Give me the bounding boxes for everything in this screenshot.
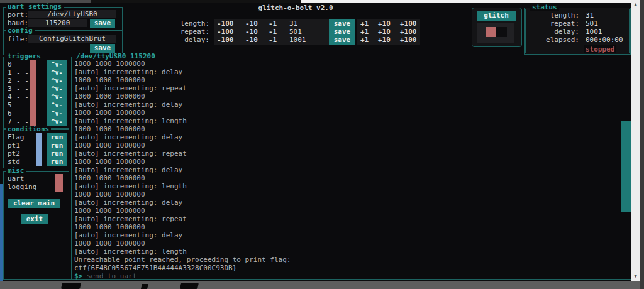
trigger-0-adjust-button[interactable]: ^v-: [47, 60, 67, 68]
exit-button[interactable]: exit: [21, 214, 48, 224]
length-inc-100-button[interactable]: +100: [400, 19, 417, 28]
log-line: [auto] incrementing: delay: [74, 166, 291, 174]
log-line: 1000 1000 1000000: [74, 141, 291, 150]
log-line: [auto] incrementing: repeat: [74, 150, 291, 158]
trigger-index-6: 6: [8, 109, 12, 117]
trigger-dashes-0: - -: [16, 60, 29, 68]
trigger-dashes-4: - -: [16, 93, 29, 101]
config-save-button[interactable]: save: [90, 44, 115, 53]
trigger-dashes-3: - -: [16, 85, 29, 93]
repeat-inc-1-button[interactable]: +1: [360, 28, 369, 36]
trigger-index-4: 4: [8, 93, 12, 101]
file-field[interactable]: ConfigGlitchBrut: [28, 35, 116, 43]
glitch-button[interactable]: glitch: [477, 11, 516, 21]
trigger-index-0: 0: [8, 60, 12, 68]
repeat-inc-10-button[interactable]: +10: [378, 28, 391, 36]
trigger-6-adjust-button[interactable]: ^v-: [47, 109, 67, 117]
trigger-indicator-bar: [30, 60, 36, 126]
length-dec-100-button[interactable]: -100: [217, 19, 234, 28]
log-line: 1000 1000 1000000: [74, 190, 291, 199]
length-control-label: length:: [170, 19, 209, 28]
condition-pt1-run-button[interactable]: run: [47, 141, 67, 150]
length-inc-1-button[interactable]: +1: [360, 19, 369, 28]
trigger-index-3: 3: [8, 85, 12, 93]
repeat-dec-10-button[interactable]: -10: [245, 28, 258, 36]
uart-input-placeholder: send to uart: [87, 272, 136, 280]
config-title: config: [6, 27, 35, 35]
log-line: [auto] incrementing: repeat: [74, 84, 291, 92]
condition-pt1-label: pt1: [8, 141, 20, 150]
delay-inc-1-button[interactable]: +1: [360, 36, 369, 44]
glitch-toggle-on-cell[interactable]: [486, 27, 496, 37]
delay-dec-1-button[interactable]: -1: [269, 36, 277, 44]
status-state: stopped: [584, 45, 616, 53]
status-length-label: length:: [529, 11, 579, 19]
trigger-7-adjust-button[interactable]: ^v-: [47, 117, 67, 126]
log-line: 1000 1000 1000000: [74, 207, 291, 215]
port-field[interactable]: /dev/ttyUSB0: [28, 10, 116, 18]
uart-save-button[interactable]: save: [90, 19, 115, 28]
trigger-dashes-5: - -: [16, 101, 29, 109]
app-window: glitch-o-bolt v2.0 uart settings port: /…: [0, 0, 644, 289]
glitch-toggle-off-cell[interactable]: [496, 27, 507, 37]
length-dec-1-button[interactable]: -1: [269, 19, 277, 28]
trigger-dashes-1: - -: [16, 68, 29, 77]
repeat-dec-1-button[interactable]: -1: [269, 28, 277, 36]
repeat-dec-100-button[interactable]: -100: [217, 28, 234, 36]
taskbar-blob: [180, 283, 199, 289]
trigger-5-adjust-button[interactable]: ^v-: [47, 101, 67, 109]
status-delay-value: 1001: [586, 28, 602, 36]
status-repeat-label: repeat:: [529, 19, 579, 28]
delay-dec-100-button[interactable]: -100: [217, 36, 234, 44]
terminal-left-border: [71, 57, 72, 279]
terminal-title: /dev/ttyUSB0 115200: [74, 53, 157, 60]
status-repeat-value: 501: [586, 19, 598, 28]
log-line: [auto] incrementing: delay: [74, 133, 291, 141]
log-line: 1000 1000 1000000: [74, 223, 291, 231]
baud-field[interactable]: 115200: [28, 19, 87, 27]
trigger-2-adjust-button[interactable]: ^v-: [47, 77, 67, 85]
delay-control-label: delay:: [170, 36, 209, 44]
scroll-down-icon[interactable]: ▼: [631, 274, 640, 279]
uart-prompt-line[interactable]: $> send to uart: [74, 272, 291, 280]
os-scrollbar[interactable]: ▲ ▼: [631, 0, 640, 281]
delay-save-button[interactable]: save: [329, 36, 355, 44]
repeat-inc-100-button[interactable]: +100: [400, 28, 417, 36]
flag-line: ctf{6F48C055674E751B4A444A3328C00C93DB}: [74, 264, 291, 272]
status-delay-label: delay:: [529, 28, 579, 36]
delay-dec-10-button[interactable]: -10: [245, 36, 258, 44]
misc-logging-label: logging: [8, 183, 36, 191]
trigger-1-adjust-button[interactable]: ^v-: [47, 68, 67, 77]
length-value: 31: [289, 19, 297, 28]
length-inc-10-button[interactable]: +10: [378, 19, 391, 28]
condition-std-run-button[interactable]: run: [47, 158, 67, 166]
trigger-3-adjust-button[interactable]: ^v-: [47, 85, 67, 93]
delay-inc-100-button[interactable]: +100: [400, 36, 417, 44]
status-elapsed-label: elapsed:: [529, 36, 579, 44]
right-edge-strip: [640, 0, 644, 289]
log-line: 1000 1000 1000000: [74, 239, 291, 248]
delay-inc-10-button[interactable]: +10: [378, 36, 391, 44]
log-line: [auto] incrementing: delay: [74, 199, 291, 207]
prompt-icon: $>: [74, 272, 82, 280]
terminal-scrollbar-thumb[interactable]: [621, 121, 631, 212]
repeat-save-button[interactable]: save: [329, 28, 355, 36]
trigger-index-5: 5: [8, 101, 12, 109]
log-line: [auto] incrementing: length: [74, 117, 291, 125]
scroll-up-icon[interactable]: ▲: [631, 2, 640, 7]
bottom-strip: [0, 281, 640, 289]
left-scroll-strip[interactable]: [0, 184, 3, 281]
length-save-button[interactable]: save: [329, 19, 355, 28]
log-line: Unreachable point reached, proceeding to…: [74, 256, 291, 264]
misc-uart-label: uart: [8, 175, 25, 183]
condition-flag-run-button[interactable]: run: [47, 133, 67, 141]
top-strip-middle: [91, 0, 301, 3]
trigger-4-adjust-button[interactable]: ^v-: [47, 93, 67, 101]
condition-pt2-run-button[interactable]: run: [47, 150, 67, 158]
clear-main-button[interactable]: clear main: [8, 199, 60, 208]
port-label: port:: [8, 11, 28, 19]
length-dec-10-button[interactable]: -10: [245, 19, 258, 28]
log-line: 1000 1000 1000000: [74, 158, 291, 166]
trigger-dashes-6: - -: [16, 109, 29, 117]
condition-pt2-label: pt2: [8, 150, 20, 158]
